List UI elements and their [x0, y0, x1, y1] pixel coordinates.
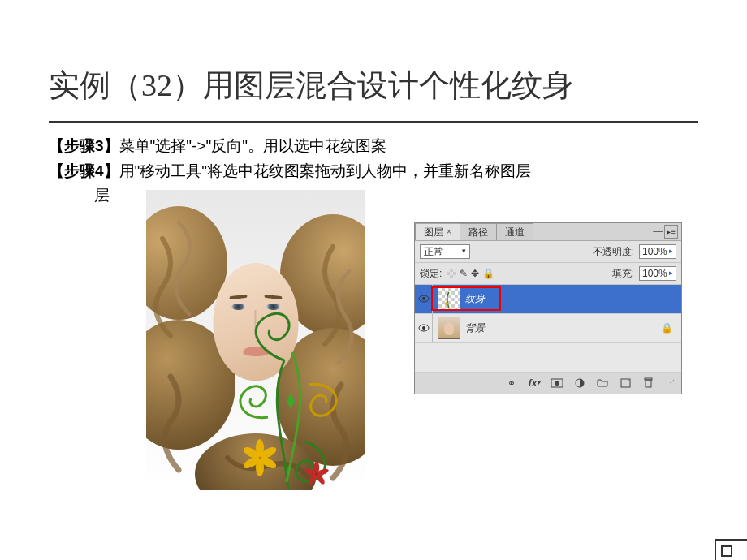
fill-input[interactable]: 100% ▸: [639, 266, 676, 281]
tab-channels[interactable]: 通道: [496, 223, 533, 240]
layer-thumbnail[interactable]: [438, 287, 460, 310]
layer-thumbnail[interactable]: [438, 317, 460, 339]
mask-icon[interactable]: [551, 377, 563, 389]
visibility-toggle[interactable]: [415, 285, 433, 313]
images-row: 图层 × 路径 通道 — ▸≡ 正常: [49, 190, 706, 490]
fill-value: 100%: [642, 266, 667, 281]
layer-row-background[interactable]: 背景 🔒: [415, 314, 681, 343]
chevron-down-icon: ▾: [462, 246, 466, 257]
lock-fill-row: 锁定: ✎ ✥ 🔒 填充: 100% ▸: [415, 263, 681, 285]
lock-paint-icon[interactable]: ✎: [460, 266, 468, 281]
lock-transparency-icon[interactable]: [447, 269, 456, 278]
visibility-toggle[interactable]: [415, 314, 433, 342]
resize-grip-icon[interactable]: ⋰: [667, 377, 675, 389]
content-area: 【步骤3】菜单"选择"->"反向"。用以选中花纹图案 【步骤4】用"移动工具"将…: [0, 123, 747, 490]
trash-icon[interactable]: [642, 377, 654, 389]
opacity-value: 100%: [642, 244, 667, 259]
layer-name: 纹身: [465, 291, 485, 306]
slide-corner-decoration: [715, 539, 747, 560]
svg-point-19: [555, 381, 559, 386]
lock-all-icon[interactable]: 🔒: [482, 266, 494, 281]
tab-label: 图层: [424, 225, 443, 239]
portrait-image: [146, 190, 365, 490]
svg-point-14: [422, 297, 425, 300]
fill-label: 填充:: [612, 266, 634, 281]
tab-label: 路径: [468, 225, 488, 239]
empty-layer-area: [415, 343, 681, 373]
step-text: 菜单"选择"->"反向"。用以选中花纹图案: [119, 137, 386, 154]
title-area: 实例（32）用图层混合设计个性化纹身: [0, 0, 747, 114]
lock-position-icon[interactable]: ✥: [471, 266, 479, 281]
lock-label: 锁定:: [420, 266, 442, 281]
chevron-right-icon: ▸: [669, 268, 673, 279]
svg-rect-22: [646, 380, 651, 387]
step-label: 【步骤4】: [49, 162, 119, 179]
minimize-icon[interactable]: —: [653, 224, 663, 239]
step-label: 【步骤3】: [49, 137, 119, 154]
step-text: 用"移动工具"将选中花纹图案拖动到人物中，并重新名称图层: [119, 162, 532, 179]
opacity-input[interactable]: 100% ▸: [639, 244, 676, 259]
tab-layers[interactable]: 图层 ×: [415, 223, 460, 240]
opacity-label: 不透明度:: [593, 244, 634, 259]
lock-icon: 🔒: [661, 321, 673, 335]
new-layer-icon[interactable]: [620, 377, 631, 389]
step-3: 【步骤3】菜单"选择"->"反向"。用以选中花纹图案: [49, 135, 706, 158]
layer-row-tattoo[interactable]: 纹身: [415, 285, 681, 314]
blend-opacity-row: 正常 ▾ 不透明度: 100% ▸: [415, 241, 681, 263]
tab-close-icon[interactable]: ×: [447, 226, 451, 238]
fx-icon[interactable]: fx▾: [529, 377, 540, 389]
slide-title: 实例（32）用图层混合设计个性化纹身: [49, 65, 706, 106]
eye-icon: [418, 324, 430, 332]
tab-label: 通道: [505, 225, 525, 239]
panel-menu-icon[interactable]: ▸≡: [664, 225, 678, 239]
eye-icon: [418, 295, 430, 303]
floral-swirl-pattern: [227, 312, 349, 490]
step-4: 【步骤4】用"移动工具"将选中花纹图案拖动到人物中，并重新名称图层: [49, 160, 706, 183]
svg-point-15: [445, 302, 448, 305]
panel-tabs: 图层 × 路径 通道 — ▸≡: [415, 223, 681, 241]
blend-mode-dropdown[interactable]: 正常 ▾: [420, 244, 470, 259]
chevron-right-icon: ▸: [669, 246, 673, 257]
link-layers-icon[interactable]: ⚭: [506, 377, 517, 389]
step-cont-text: 层: [94, 187, 110, 204]
svg-point-17: [422, 326, 425, 330]
panel-footer: ⚭ fx▾ ⋰: [415, 373, 681, 394]
folder-icon[interactable]: [597, 377, 608, 389]
layer-name: 背景: [465, 321, 485, 335]
adjustment-icon[interactable]: [574, 377, 585, 389]
svg-rect-23: [645, 378, 652, 380]
layers-panel: 图层 × 路径 通道 — ▸≡ 正常: [414, 222, 682, 394]
slide: 实例（32）用图层混合设计个性化纹身 【步骤3】菜单"选择"->"反向"。用以选…: [0, 0, 747, 560]
tab-paths[interactable]: 路径: [460, 223, 497, 240]
blend-mode-value: 正常: [424, 244, 443, 259]
